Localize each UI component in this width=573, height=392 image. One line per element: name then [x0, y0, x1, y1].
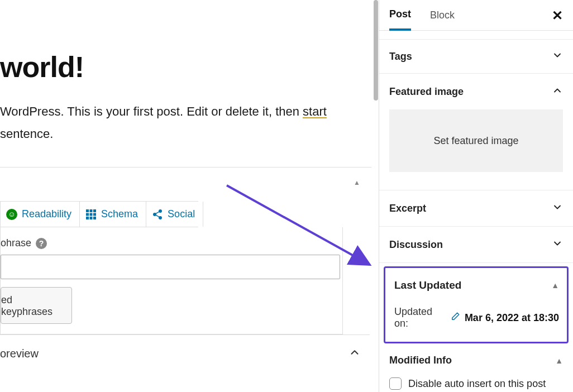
panel-modified-info-title: Modified Info	[389, 355, 452, 366]
yoast-panel: ▲ ☺ Readability Schema Social ohrase	[0, 167, 371, 369]
panel-tags-title: Tags	[389, 51, 412, 63]
body-text-2: sentence.	[0, 127, 53, 141]
panel-discussion-title: Discussion	[389, 239, 443, 251]
set-featured-image-button[interactable]: Set featured image	[389, 109, 563, 172]
grid-icon	[85, 209, 97, 220]
tab-readability-label: Readability	[22, 208, 71, 220]
updated-on-date[interactable]: Mar 6, 2022 at 18:30	[465, 312, 559, 324]
tab-readability[interactable]: ☺ Readability	[0, 202, 80, 227]
panel-excerpt-title: Excerpt	[389, 203, 426, 214]
smiley-icon: ☺	[6, 209, 17, 220]
panel-discussion[interactable]: Discussion	[379, 227, 573, 263]
panel-last-updated: Last Updated ▲ Updated on: Mar 6, 2022 a…	[384, 266, 569, 343]
disable-auto-insert-label: Disable auto insert on this post	[408, 378, 546, 390]
updated-on-label: Updated on:	[394, 306, 446, 329]
focus-keyphrase-section: ohrase ? ed keyphrases	[0, 227, 343, 334]
panel-featured-image-title: Featured image	[389, 86, 464, 98]
disable-auto-insert-checkbox[interactable]	[389, 377, 402, 390]
body-link-start[interactable]: start	[303, 104, 327, 118]
svg-rect-8	[93, 217, 96, 219]
tab-post[interactable]: Post	[389, 1, 411, 31]
svg-rect-6	[86, 217, 89, 219]
chevron-down-icon	[348, 346, 361, 361]
svg-rect-3	[86, 213, 89, 216]
panel-modified-info: Modified Info ▲ Disable auto insert on t…	[379, 343, 573, 392]
panel-excerpt[interactable]: Excerpt	[379, 190, 573, 227]
sidebar-tabs: Post Block ✕	[379, 0, 573, 31]
body-text-1: WordPress. This is your first post. Edit…	[0, 104, 303, 118]
pencil-icon[interactable]	[450, 312, 460, 324]
focus-keyphrase-input[interactable]	[1, 255, 340, 279]
tab-schema-label: Schema	[101, 208, 138, 220]
yoast-tabs: ☺ Readability Schema Social	[0, 201, 198, 227]
chevron-up-icon	[552, 85, 563, 98]
svg-rect-12	[155, 211, 160, 214]
panel-featured-image-body: Set featured image	[379, 109, 573, 190]
panel-featured-image-header[interactable]: Featured image	[379, 74, 573, 109]
svg-rect-7	[90, 217, 93, 219]
svg-rect-4	[90, 213, 93, 216]
tab-social[interactable]: Social	[146, 202, 203, 227]
caret-up-icon[interactable]: ▲	[551, 281, 559, 290]
caret-up-icon[interactable]: ▲	[555, 356, 563, 365]
tab-schema[interactable]: Schema	[80, 202, 146, 227]
panel-tags[interactable]: Tags	[379, 40, 573, 74]
post-title[interactable]: world!	[0, 50, 379, 84]
scrollbar[interactable]	[374, 0, 378, 101]
chevron-down-icon	[552, 238, 563, 251]
close-icon[interactable]: ✕	[552, 8, 563, 23]
svg-rect-1	[90, 209, 93, 212]
panel-last-updated-title: Last Updated	[394, 279, 461, 291]
svg-rect-0	[86, 209, 89, 212]
svg-rect-5	[93, 213, 96, 216]
set-featured-image-label: Set featured image	[433, 135, 518, 147]
caret-up-icon[interactable]: ▲	[354, 179, 360, 187]
tab-block[interactable]: Block	[430, 0, 455, 30]
post-body[interactable]: WordPress. This is your first post. Edit…	[0, 101, 346, 145]
preview-section-header[interactable]: oreview	[0, 334, 370, 369]
chevron-down-icon	[552, 50, 563, 63]
focus-keyphrase-label: ohrase	[1, 237, 31, 249]
preview-label: oreview	[0, 347, 39, 360]
chevron-down-icon	[552, 202, 563, 215]
help-icon[interactable]: ?	[36, 238, 47, 249]
svg-rect-2	[93, 209, 96, 212]
tab-social-label: Social	[168, 208, 195, 220]
svg-point-9	[159, 209, 162, 213]
related-keyphrases-button[interactable]: ed keyphrases	[1, 287, 72, 324]
share-icon	[152, 209, 163, 220]
svg-rect-13	[155, 214, 160, 217]
